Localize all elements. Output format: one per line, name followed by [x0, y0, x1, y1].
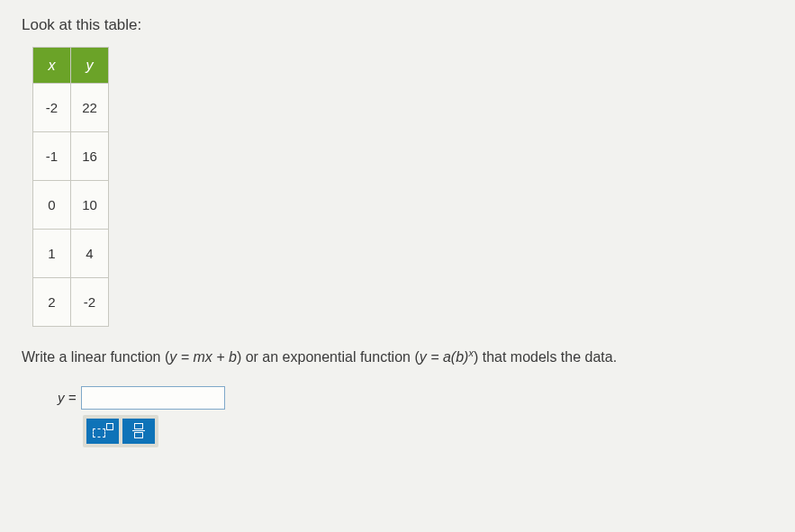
exponent-sup-icon [106, 423, 113, 430]
cell-y: 16 [71, 132, 109, 181]
table-row: 1 4 [33, 230, 109, 278]
fraction-bar-icon [132, 430, 145, 432]
table-row: -2 22 [33, 84, 109, 132]
fraction-num-icon [134, 423, 143, 429]
question-prefix: Write a linear function ( [22, 349, 169, 365]
instruction-text: Look at this table: [22, 16, 773, 34]
question-suffix: ) that models the data. [474, 349, 617, 365]
exp-form-base: y = a(b) [420, 349, 469, 365]
cell-y: 4 [71, 230, 109, 278]
exponent-base-icon [93, 428, 105, 437]
linear-form: y = mx + b [169, 349, 237, 365]
cell-x: 0 [33, 181, 71, 230]
answer-input[interactable] [81, 386, 225, 410]
cell-x: -1 [33, 132, 71, 181]
exponent-button[interactable] [86, 419, 119, 444]
tool-tray [83, 415, 158, 447]
table-row: 0 10 [33, 181, 109, 230]
fraction-button[interactable] [122, 419, 155, 444]
cell-y: -2 [71, 278, 109, 327]
cell-x: 1 [33, 230, 71, 278]
xy-table: x y -2 22 -1 16 0 10 1 4 2 -2 [32, 47, 109, 327]
question-middle: ) or an exponential function ( [237, 349, 420, 365]
answer-area: y = [58, 386, 773, 447]
fraction-den-icon [134, 432, 143, 438]
cell-y: 22 [71, 84, 109, 132]
cell-x: 2 [33, 278, 71, 327]
header-x: x [33, 48, 71, 84]
table-row: -1 16 [33, 132, 109, 181]
header-y: y [71, 48, 109, 84]
cell-x: -2 [33, 84, 71, 132]
answer-label: y = [58, 390, 76, 405]
cell-y: 10 [71, 181, 109, 230]
table-row: 2 -2 [33, 278, 109, 327]
question-text: Write a linear function (y = mx + b) or … [22, 347, 773, 368]
